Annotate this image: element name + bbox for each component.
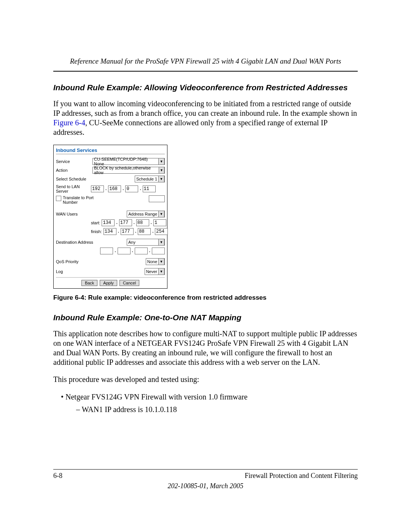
dest-ip-1[interactable] bbox=[100, 248, 113, 254]
running-header: Reference Manual for the ProSafe VPN Fir… bbox=[53, 57, 358, 69]
page-number: 6-8 bbox=[53, 472, 62, 480]
service-select[interactable]: CU-SEEME(TCP/UDP:7648) None ▼ bbox=[92, 158, 165, 165]
label-destination: Destination Address bbox=[56, 240, 98, 244]
log-value: Never bbox=[146, 269, 157, 274]
start-ip-2[interactable]: 177 bbox=[119, 219, 132, 226]
action-select-value: BLOCK by schedule,otherwise allow bbox=[94, 166, 158, 175]
chevron-down-icon: ▼ bbox=[158, 158, 164, 165]
page-footer: 6-8 Firewall Protection and Content Filt… bbox=[53, 469, 358, 490]
document-page: Reference Manual for the ProSafe VPN Fir… bbox=[0, 0, 411, 532]
start-ip-1[interactable]: 134 bbox=[102, 219, 115, 226]
finish-ip-4[interactable]: 254 bbox=[155, 228, 168, 235]
chevron-down-icon: ▼ bbox=[159, 167, 164, 174]
dest-ip-3[interactable] bbox=[135, 248, 148, 254]
translate-checkbox[interactable] bbox=[56, 196, 61, 201]
label-qos: QoS Priority bbox=[56, 259, 91, 264]
label-schedule: Select Schedule bbox=[56, 177, 91, 181]
cancel-button[interactable]: Cancel bbox=[119, 280, 139, 286]
figure-caption: Figure 6-4: Rule example: videoconferenc… bbox=[53, 294, 358, 302]
header-rule bbox=[53, 71, 358, 72]
chapter-title: Firewall Protection and Content Filterin… bbox=[245, 472, 358, 480]
schedule-select[interactable]: Schedule 1 ▼ bbox=[135, 176, 165, 182]
start-ip-3[interactable]: 88 bbox=[136, 219, 149, 226]
label-start: start: bbox=[91, 220, 100, 225]
action-select[interactable]: BLOCK by schedule,otherwise allow ▼ bbox=[92, 167, 165, 174]
label-translate: Translate to Port Number bbox=[63, 195, 109, 204]
lan-ip-4[interactable]: 11 bbox=[143, 185, 156, 192]
label-service: Service bbox=[56, 159, 91, 164]
wan-users-value: Address Range bbox=[128, 212, 157, 216]
inbound-services-panel: Inbound Services Service CU-SEEME(TCP/UD… bbox=[53, 145, 167, 289]
section1-paragraph: If you want to allow incoming videoconfe… bbox=[53, 99, 358, 137]
finish-ip-3[interactable]: 88 bbox=[138, 228, 151, 235]
back-button[interactable]: Back bbox=[81, 280, 97, 286]
chevron-down-icon: ▼ bbox=[158, 176, 164, 182]
lan-ip-2[interactable]: 168 bbox=[108, 185, 121, 192]
finish-ip-1[interactable]: 134 bbox=[104, 228, 116, 235]
translate-port-input[interactable] bbox=[149, 195, 165, 202]
panel-divider bbox=[56, 277, 165, 278]
list-item: Netgear FVS124G VPN Firewall with versio… bbox=[61, 392, 358, 402]
destination-select[interactable]: Any ▼ bbox=[127, 239, 165, 246]
lan-ip-3[interactable]: 0 bbox=[125, 185, 138, 192]
lan-ip-1[interactable]: 192 bbox=[91, 185, 104, 192]
schedule-select-value: Schedule 1 bbox=[136, 177, 157, 181]
section2-paragraph-2: This procedure was developed and tested … bbox=[53, 375, 358, 384]
label-send-lan: Send to LAN Server bbox=[56, 184, 91, 193]
chevron-down-icon: ▼ bbox=[158, 239, 164, 246]
section2-heading: Inbound Rule Example: One-to-One NAT Map… bbox=[53, 313, 358, 322]
wan-users-select[interactable]: Address Range ▼ bbox=[127, 211, 165, 217]
para1-text-b: , CU-SeeMe connections are allowed only … bbox=[53, 118, 327, 136]
para1-text-a: If you want to allow incoming videoconfe… bbox=[53, 99, 357, 117]
panel-title: Inbound Services bbox=[56, 147, 165, 154]
section2-paragraph: This application note describes how to c… bbox=[53, 329, 358, 367]
dest-ip-4[interactable] bbox=[152, 248, 165, 254]
chevron-down-icon: ▼ bbox=[158, 268, 164, 275]
label-log: Log bbox=[56, 269, 91, 274]
qos-value: None bbox=[147, 259, 157, 264]
chevron-down-icon: ▼ bbox=[158, 211, 164, 217]
figure-reference-link[interactable]: Figure 6-4 bbox=[53, 118, 85, 127]
doc-id-date: 202-10085-01, March 2005 bbox=[53, 482, 358, 490]
start-ip-4[interactable]: 1 bbox=[153, 219, 166, 226]
list-item: WAN1 IP address is 10.1.0.118 bbox=[76, 404, 358, 415]
finish-ip-2[interactable]: 177 bbox=[121, 228, 134, 235]
label-action: Action bbox=[56, 168, 91, 173]
destination-value: Any bbox=[128, 240, 135, 244]
label-wan-users: WAN Users bbox=[56, 212, 91, 216]
log-select[interactable]: Never ▼ bbox=[145, 268, 165, 275]
label-finish: finish: bbox=[91, 229, 102, 234]
qos-select[interactable]: None ▼ bbox=[146, 258, 165, 265]
section1-heading: Inbound Rule Example: Allowing Videoconf… bbox=[53, 83, 358, 92]
apply-button[interactable]: Apply bbox=[100, 280, 117, 286]
dest-ip-2[interactable] bbox=[118, 248, 131, 254]
service-select-value: CU-SEEME(TCP/UDP:7648) None bbox=[94, 157, 157, 166]
procedure-list: Netgear FVS124G VPN Firewall with versio… bbox=[61, 392, 358, 415]
chevron-down-icon: ▼ bbox=[158, 258, 164, 265]
